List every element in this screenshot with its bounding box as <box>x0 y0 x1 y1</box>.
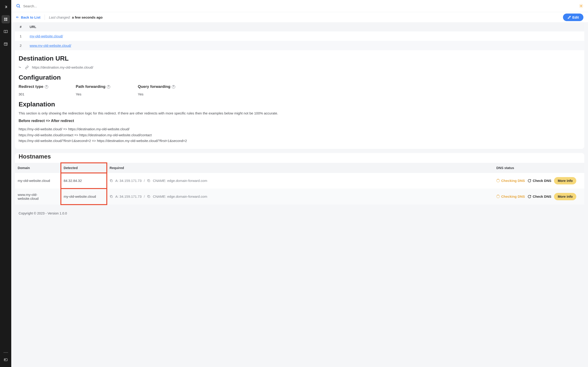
col-domain: Domain <box>15 163 61 173</box>
explanation-line: https://my-old-website.cloud/ => https:/… <box>19 126 581 132</box>
svg-line-17 <box>580 5 580 5</box>
dns-status-badge: Checking DNS <box>496 179 525 183</box>
last-changed-label: Last changed: <box>49 15 70 19</box>
dashboard-icon[interactable] <box>2 15 10 23</box>
theme-toggle-icon[interactable] <box>579 4 583 8</box>
back-to-list-link[interactable]: Back to List <box>16 15 40 19</box>
return-arrow-icon <box>19 66 22 69</box>
hostname-domain: my-old-website.cloud <box>15 173 61 189</box>
explanation-line: https://my-old-website.cloud/contact => … <box>19 132 581 138</box>
table-row: www.my-old-website.cloud my-old-website.… <box>15 189 584 205</box>
docs-icon[interactable] <box>2 27 10 36</box>
hostnames-table: Domain Detected Required DNS status my-o… <box>15 163 584 205</box>
edit-button[interactable]: Edit <box>563 14 583 21</box>
copy-icon[interactable] <box>110 179 113 182</box>
vertical-divider <box>44 15 45 20</box>
last-changed-value: a few seconds ago <box>72 15 103 19</box>
col-dns-status: DNS status <box>493 163 584 173</box>
table-row: 2 www.my-old-website.cloud/ <box>15 41 584 50</box>
more-info-button[interactable]: More info <box>554 193 576 200</box>
layout-icon[interactable] <box>2 40 10 48</box>
source-url-link[interactable]: www.my-old-website.cloud/ <box>30 44 71 48</box>
check-dns-button[interactable]: Check DNS <box>527 179 551 183</box>
hostname-detected: 84.32.84.32 <box>61 173 107 189</box>
svg-rect-4 <box>6 19 7 21</box>
hostnames-title: Hostnames <box>19 153 581 160</box>
back-label: Back to List <box>21 15 40 19</box>
svg-point-10 <box>17 4 19 7</box>
help-icon[interactable]: ? <box>172 85 175 89</box>
check-dns-label: Check DNS <box>533 194 551 198</box>
required-cname: CNAME: edge.domain-forward.com <box>153 194 207 198</box>
search-icon <box>16 3 21 8</box>
query-forwarding-value: Yes <box>138 92 175 96</box>
help-icon[interactable]: ? <box>107 85 110 89</box>
query-forwarding-label: Query forwarding <box>138 84 170 89</box>
copy-icon[interactable] <box>147 195 150 198</box>
sidebar <box>0 0 11 367</box>
explanation-line: https://my-old-website.cloud/?first=1&se… <box>19 138 581 144</box>
svg-rect-23 <box>148 180 150 182</box>
redirect-type-value: 301 <box>19 92 48 96</box>
svg-rect-24 <box>111 196 112 198</box>
path-forwarding-value: Yes <box>76 92 110 96</box>
sidebar-divider <box>3 352 8 353</box>
breadcrumb-bar: Back to List Last changed: a few seconds… <box>11 12 588 22</box>
more-info-button[interactable]: More info <box>554 177 576 184</box>
dns-status-text: Checking DNS <box>501 194 525 198</box>
svg-rect-1 <box>4 18 6 19</box>
required-a: A: 34.159.171.73 <box>115 179 141 183</box>
dns-status-badge: Checking DNS <box>496 194 525 198</box>
svg-rect-25 <box>148 196 150 198</box>
svg-rect-22 <box>111 180 112 182</box>
required-separator: / <box>144 194 145 198</box>
col-index: # <box>15 22 26 31</box>
hostname-detected: my-old-website.cloud <box>61 189 107 205</box>
path-forwarding-label: Path forwarding <box>76 84 105 89</box>
row-index: 2 <box>15 41 26 50</box>
help-icon[interactable]: ? <box>45 85 48 89</box>
redirect-type-label: Redirect type <box>19 84 43 89</box>
explanation-subheading: Before redirect => After redirect <box>19 119 581 123</box>
svg-line-19 <box>580 7 580 7</box>
link-icon <box>25 66 29 69</box>
table-row: my-old-website.cloud 84.32.84.32 A: 34.1… <box>15 173 584 189</box>
copy-icon[interactable] <box>147 179 150 182</box>
col-required: Required <box>107 163 493 173</box>
footer-copyright: Copyright © 2023 - Version 1.0.0 <box>15 209 584 219</box>
spinner-icon <box>496 195 500 198</box>
explanation-note: This section is only showing the redirec… <box>19 111 581 115</box>
col-detected: Detected <box>61 163 107 173</box>
search-input[interactable] <box>23 4 579 8</box>
destination-url: https://destination.my-old-website.cloud… <box>32 65 93 69</box>
svg-point-12 <box>580 5 582 7</box>
topbar <box>11 0 588 12</box>
svg-line-20 <box>582 5 582 5</box>
source-url-link[interactable]: my-old-website.cloud/ <box>30 34 63 38</box>
required-separator: / <box>144 179 145 183</box>
expand-sidebar-icon[interactable] <box>2 3 10 11</box>
svg-rect-3 <box>4 19 6 21</box>
svg-line-11 <box>19 7 20 8</box>
dns-status-text: Checking DNS <box>501 179 525 183</box>
destination-title: Destination URL <box>19 55 581 62</box>
copy-icon[interactable] <box>110 195 113 198</box>
spinner-icon <box>496 179 500 182</box>
svg-rect-5 <box>4 43 7 45</box>
required-cname: CNAME: edge.domain-forward.com <box>153 179 207 183</box>
sources-table: # URL 1 my-old-website.cloud/ 2 www.my-o… <box>15 22 584 50</box>
check-dns-label: Check DNS <box>533 179 551 183</box>
table-row: 1 my-old-website.cloud/ <box>15 31 584 41</box>
required-a: A: 34.159.171.73 <box>115 194 141 198</box>
svg-rect-2 <box>6 18 7 19</box>
billing-icon[interactable] <box>2 356 10 364</box>
configuration-title: Configuration <box>19 74 581 81</box>
explanation-title: Explanation <box>19 101 581 108</box>
col-url: URL <box>26 22 584 31</box>
edit-label: Edit <box>572 15 579 19</box>
row-index: 1 <box>15 31 26 41</box>
hostname-domain: www.my-old-website.cloud <box>15 189 61 205</box>
svg-rect-9 <box>5 359 5 360</box>
svg-line-18 <box>582 7 582 7</box>
check-dns-button[interactable]: Check DNS <box>527 194 551 198</box>
